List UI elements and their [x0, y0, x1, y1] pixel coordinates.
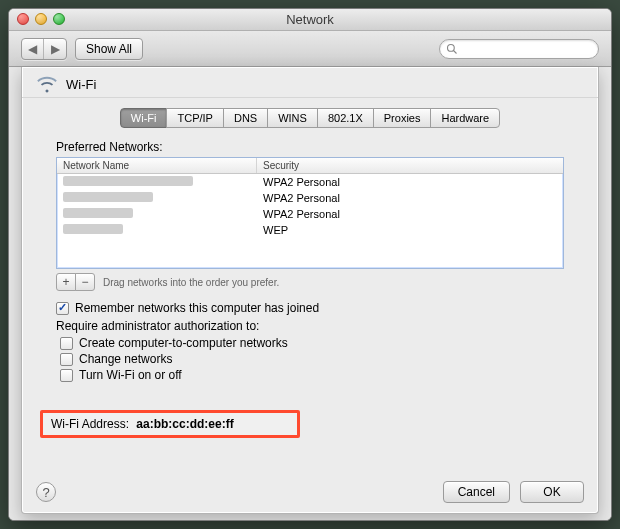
ok-button[interactable]: OK	[520, 481, 584, 503]
svg-line-1	[454, 50, 457, 53]
col-security[interactable]: Security	[257, 158, 563, 173]
opt-change-networks-label: Change networks	[79, 352, 172, 366]
toolbar: ◀ ▶ Show All	[9, 31, 611, 67]
nav-back-forward[interactable]: ◀ ▶	[21, 38, 67, 60]
remember-networks-row: Remember networks this computer has join…	[56, 301, 564, 315]
sheet-backdrop: Wi-Fi Wi-Fi TCP/IP DNS WINS 802.1X Proxi…	[9, 67, 611, 520]
tab-hardware[interactable]: Hardware	[430, 108, 500, 128]
cell-security: WPA2 Personal	[257, 174, 563, 190]
forward-icon[interactable]: ▶	[44, 39, 66, 59]
window: Network ◀ ▶ Show All Wi-Fi Wi-Fi	[8, 8, 612, 521]
search-input[interactable]	[439, 39, 599, 59]
table-row[interactable]: WPA2 Personal	[57, 174, 563, 190]
opt-create-c2c-checkbox[interactable]	[60, 337, 73, 350]
sheet: Wi-Fi Wi-Fi TCP/IP DNS WINS 802.1X Proxi…	[21, 67, 599, 514]
show-all-button[interactable]: Show All	[75, 38, 143, 60]
opt-create-c2c-label: Create computer-to-computer networks	[79, 336, 288, 350]
require-admin-group: Create computer-to-computer networks Cha…	[60, 336, 564, 382]
require-opt-row: Change networks	[60, 352, 564, 366]
search-icon	[446, 43, 458, 55]
window-title: Network	[286, 12, 334, 27]
titlebar: Network	[9, 9, 611, 31]
add-network-button[interactable]: +	[56, 273, 76, 291]
tabs: Wi-Fi TCP/IP DNS WINS 802.1X Proxies Har…	[22, 108, 598, 128]
tab-content: Preferred Networks: Network Name Securit…	[22, 134, 598, 438]
table-header: Network Name Security	[57, 158, 563, 174]
sheet-title: Wi-Fi	[66, 77, 96, 92]
opt-change-networks-checkbox[interactable]	[60, 353, 73, 366]
zoom-icon[interactable]	[53, 13, 65, 25]
cell-security: WPA2 Personal	[257, 190, 563, 206]
require-admin-label: Require administrator authorization to:	[56, 319, 564, 333]
tab-proxies[interactable]: Proxies	[373, 108, 432, 128]
table-row[interactable]: WPA2 Personal	[57, 206, 563, 222]
table-controls: + − Drag networks into the order you pre…	[56, 273, 564, 291]
preferred-networks-table[interactable]: Network Name Security WPA2 Personal WPA2…	[56, 157, 564, 269]
table-row[interactable]: WEP	[57, 222, 563, 238]
cell-security: WPA2 Personal	[257, 206, 563, 222]
require-opt-row: Turn Wi-Fi on or off	[60, 368, 564, 382]
preferred-networks-label: Preferred Networks:	[56, 140, 564, 154]
wifi-address-highlight: Wi-Fi Address: aa:bb:cc:dd:ee:ff	[40, 410, 300, 438]
back-icon[interactable]: ◀	[22, 39, 44, 59]
svg-point-0	[448, 44, 455, 51]
sheet-header: Wi-Fi	[22, 67, 598, 98]
remember-networks-checkbox[interactable]	[56, 302, 69, 315]
minimize-icon[interactable]	[35, 13, 47, 25]
sheet-footer: ? Cancel OK	[22, 473, 598, 513]
tab-wifi[interactable]: Wi-Fi	[120, 108, 168, 128]
tab-wins[interactable]: WINS	[267, 108, 318, 128]
tab-tcpip[interactable]: TCP/IP	[166, 108, 223, 128]
tab-dns[interactable]: DNS	[223, 108, 268, 128]
opt-toggle-wifi-checkbox[interactable]	[60, 369, 73, 382]
show-all-label: Show All	[86, 42, 132, 56]
wifi-icon	[36, 75, 58, 93]
add-remove-buttons: + −	[56, 273, 95, 291]
tab-8021x[interactable]: 802.1X	[317, 108, 374, 128]
wifi-address-label: Wi-Fi Address:	[51, 417, 129, 431]
wifi-address-value: aa:bb:cc:dd:ee:ff	[136, 417, 233, 431]
help-button[interactable]: ?	[36, 482, 56, 502]
table-row[interactable]: WPA2 Personal	[57, 190, 563, 206]
remove-network-button[interactable]: −	[75, 273, 95, 291]
traffic-lights	[17, 13, 65, 25]
cell-security: WEP	[257, 222, 563, 238]
require-opt-row: Create computer-to-computer networks	[60, 336, 564, 350]
col-network-name[interactable]: Network Name	[57, 158, 257, 173]
opt-toggle-wifi-label: Turn Wi-Fi on or off	[79, 368, 182, 382]
cancel-button[interactable]: Cancel	[443, 481, 510, 503]
remember-networks-label: Remember networks this computer has join…	[75, 301, 319, 315]
drag-hint: Drag networks into the order you prefer.	[103, 277, 279, 288]
close-icon[interactable]	[17, 13, 29, 25]
